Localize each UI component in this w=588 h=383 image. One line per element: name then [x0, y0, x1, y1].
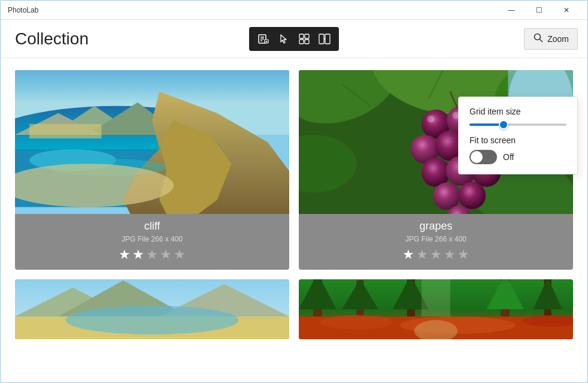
- star-3: ★: [430, 247, 442, 263]
- fit-to-screen-label: Fit to screen: [469, 135, 566, 145]
- toolbar: [249, 27, 339, 51]
- svg-point-44: [422, 158, 450, 187]
- grapes-stars: ★ ★ ★ ★ ★: [306, 247, 566, 263]
- svg-point-48: [458, 182, 486, 209]
- svg-rect-10: [305, 40, 309, 44]
- fit-to-screen-toggle[interactable]: [469, 150, 497, 164]
- zoom-label: Zoom: [547, 34, 569, 44]
- toggle-state-label: Off: [503, 152, 514, 162]
- window-controls: — ☐ ✕: [498, 1, 580, 20]
- star-2: ★: [416, 247, 428, 263]
- zoom-icon: [533, 32, 544, 46]
- star-4: ★: [160, 247, 172, 263]
- grid-item-partial-1[interactable]: [15, 279, 289, 339]
- grid-item-size-label: Grid item size: [469, 107, 566, 116]
- maximize-button[interactable]: ☐: [525, 1, 553, 20]
- collection-title: Collection: [15, 29, 89, 49]
- star-1: ★: [402, 247, 414, 263]
- cliff-info: cliff JPG File 266 x 400 ★ ★ ★ ★ ★: [15, 214, 289, 270]
- toggle-knob: [471, 151, 483, 163]
- cliff-image: [15, 70, 289, 214]
- grid-size-slider[interactable]: [469, 123, 566, 126]
- svg-rect-9: [299, 40, 304, 44]
- app-title: PhotoLab: [8, 6, 498, 14]
- grid-view-icon[interactable]: [296, 31, 313, 47]
- partial-1-image: [15, 279, 289, 339]
- partial-2-image: [299, 279, 573, 339]
- minimize-button[interactable]: —: [498, 1, 525, 20]
- grapes-meta: JPG File 266 x 400: [306, 235, 566, 243]
- titlebar: PhotoLab — ☐ ✕: [1, 1, 587, 20]
- slider-track: [469, 123, 566, 126]
- main-window: PhotoLab — ☐ ✕ Collection: [0, 0, 588, 383]
- svg-point-14: [535, 34, 541, 40]
- header: Collection: [1, 20, 587, 58]
- svg-rect-12: [325, 34, 330, 44]
- svg-point-50: [428, 115, 435, 122]
- close-button[interactable]: ✕: [553, 1, 580, 20]
- compare-icon[interactable]: [316, 31, 333, 47]
- toolbar-icons-container: [249, 27, 339, 51]
- svg-point-47: [433, 182, 460, 210]
- svg-rect-7: [299, 34, 304, 38]
- star-1: ★: [119, 247, 131, 263]
- star-5: ★: [174, 247, 186, 263]
- svg-point-73: [320, 315, 393, 330]
- toggle-row: Off: [469, 150, 566, 164]
- grid-item-cliff[interactable]: cliff JPG File 266 x 400 ★ ★ ★ ★ ★: [15, 70, 289, 270]
- svg-rect-77: [422, 279, 450, 316]
- grid-item-partial-2[interactable]: [299, 279, 573, 339]
- star-5: ★: [457, 247, 469, 263]
- svg-point-60: [65, 306, 238, 334]
- cliff-stars: ★ ★ ★ ★ ★: [22, 247, 282, 263]
- svg-line-15: [540, 39, 543, 42]
- star-4: ★: [444, 247, 456, 263]
- zoom-button[interactable]: Zoom: [524, 28, 578, 50]
- svg-rect-11: [319, 34, 324, 44]
- svg-rect-25: [29, 124, 102, 138]
- grapes-info: grapes JPG File 266 x 400 ★ ★ ★ ★ ★: [299, 214, 573, 270]
- cursor-select-icon[interactable]: [275, 31, 292, 47]
- svg-rect-8: [305, 34, 309, 38]
- cliff-meta: JPG File 266 x 400: [22, 235, 282, 243]
- add-to-collection-icon[interactable]: [255, 31, 272, 47]
- cliff-name: cliff: [22, 220, 282, 233]
- zoom-popup: Grid item size Fit to screen Off: [458, 96, 578, 174]
- slider-thumb[interactable]: [499, 120, 508, 129]
- grapes-name: grapes: [306, 220, 566, 233]
- star-2: ★: [132, 247, 144, 263]
- star-3: ★: [146, 247, 158, 263]
- main-content: cliff JPG File 266 x 400 ★ ★ ★ ★ ★: [1, 58, 587, 382]
